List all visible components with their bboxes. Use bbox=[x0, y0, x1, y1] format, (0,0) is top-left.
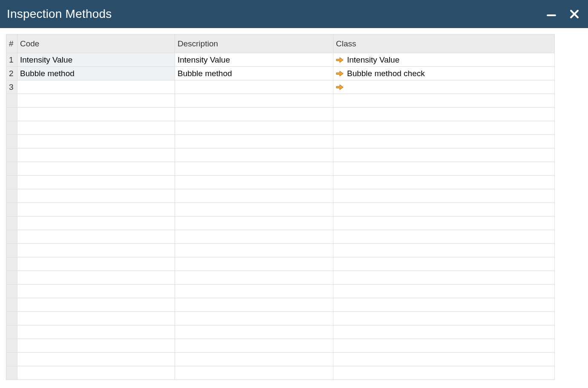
cell-empty[interactable] bbox=[17, 353, 175, 366]
cell-code[interactable] bbox=[17, 80, 175, 94]
row-number[interactable] bbox=[6, 271, 17, 285]
cell-empty[interactable] bbox=[333, 94, 555, 108]
row-number[interactable] bbox=[6, 353, 17, 366]
cell-empty[interactable] bbox=[333, 325, 555, 339]
cell-empty[interactable] bbox=[175, 176, 333, 189]
table-row[interactable] bbox=[6, 312, 555, 325]
row-number[interactable]: 3 bbox=[6, 80, 17, 94]
cell-class[interactable] bbox=[333, 80, 555, 94]
row-number[interactable]: 1 bbox=[6, 53, 17, 67]
row-number[interactable] bbox=[6, 339, 17, 353]
cell-empty[interactable] bbox=[175, 162, 333, 176]
cell-empty[interactable] bbox=[17, 162, 175, 176]
row-number[interactable] bbox=[6, 298, 17, 312]
cell-empty[interactable] bbox=[175, 135, 333, 148]
cell-empty[interactable] bbox=[17, 148, 175, 162]
cell-empty[interactable] bbox=[17, 230, 175, 244]
table-row[interactable] bbox=[6, 366, 555, 380]
cell-empty[interactable] bbox=[175, 203, 333, 217]
cell-empty[interactable] bbox=[175, 148, 333, 162]
row-number[interactable] bbox=[6, 230, 17, 244]
table-row[interactable] bbox=[6, 325, 555, 339]
cell-description[interactable]: Intensity Value bbox=[175, 53, 333, 67]
inspection-methods-table[interactable]: # Code Description Class 1Intensity Valu… bbox=[6, 34, 555, 380]
cell-empty[interactable] bbox=[17, 244, 175, 257]
cell-empty[interactable] bbox=[175, 94, 333, 108]
table-row[interactable] bbox=[6, 108, 555, 121]
cell-empty[interactable] bbox=[333, 298, 555, 312]
table-row[interactable] bbox=[6, 298, 555, 312]
cell-empty[interactable] bbox=[17, 121, 175, 135]
cell-empty[interactable] bbox=[17, 298, 175, 312]
cell-empty[interactable] bbox=[17, 176, 175, 189]
row-number[interactable] bbox=[6, 176, 17, 189]
row-number[interactable] bbox=[6, 94, 17, 108]
close-button[interactable] bbox=[568, 8, 580, 20]
col-header-class[interactable]: Class bbox=[333, 34, 555, 53]
row-number[interactable] bbox=[6, 366, 17, 380]
table-row[interactable] bbox=[6, 353, 555, 366]
cell-empty[interactable] bbox=[17, 339, 175, 353]
cell-empty[interactable] bbox=[17, 325, 175, 339]
table-row[interactable] bbox=[6, 271, 555, 285]
cell-empty[interactable] bbox=[17, 135, 175, 148]
arrow-right-icon[interactable] bbox=[336, 57, 344, 63]
cell-empty[interactable] bbox=[17, 189, 175, 203]
cell-empty[interactable] bbox=[333, 353, 555, 366]
cell-empty[interactable] bbox=[333, 108, 555, 121]
cell-class[interactable]: Bubble method check bbox=[333, 67, 555, 80]
table-row[interactable] bbox=[6, 94, 555, 108]
col-header-num[interactable]: # bbox=[6, 34, 17, 53]
cell-description[interactable]: Bubble method bbox=[175, 67, 333, 80]
cell-empty[interactable] bbox=[333, 339, 555, 353]
table-row[interactable] bbox=[6, 230, 555, 244]
row-number[interactable] bbox=[6, 312, 17, 325]
cell-empty[interactable] bbox=[175, 285, 333, 298]
table-row[interactable] bbox=[6, 189, 555, 203]
cell-empty[interactable] bbox=[175, 257, 333, 271]
cell-empty[interactable] bbox=[333, 244, 555, 257]
row-number[interactable] bbox=[6, 148, 17, 162]
col-header-description[interactable]: Description bbox=[175, 34, 333, 53]
row-number[interactable] bbox=[6, 257, 17, 271]
cell-empty[interactable] bbox=[17, 257, 175, 271]
cell-empty[interactable] bbox=[333, 162, 555, 176]
table-row[interactable] bbox=[6, 121, 555, 135]
cell-code[interactable]: Intensity Value bbox=[17, 53, 175, 67]
cell-code[interactable]: Bubble method bbox=[17, 67, 175, 80]
cell-empty[interactable] bbox=[333, 203, 555, 217]
cell-empty[interactable] bbox=[333, 148, 555, 162]
table-row[interactable] bbox=[6, 257, 555, 271]
cell-empty[interactable] bbox=[17, 203, 175, 217]
cell-empty[interactable] bbox=[175, 298, 333, 312]
cell-empty[interactable] bbox=[333, 135, 555, 148]
table-row[interactable] bbox=[6, 339, 555, 353]
table-row[interactable] bbox=[6, 217, 555, 230]
row-number[interactable] bbox=[6, 162, 17, 176]
cell-empty[interactable] bbox=[175, 189, 333, 203]
table-row[interactable]: 3 bbox=[6, 80, 555, 94]
cell-empty[interactable] bbox=[333, 176, 555, 189]
cell-empty[interactable] bbox=[175, 353, 333, 366]
cell-empty[interactable] bbox=[175, 271, 333, 285]
cell-empty[interactable] bbox=[175, 108, 333, 121]
cell-empty[interactable] bbox=[333, 285, 555, 298]
row-number[interactable] bbox=[6, 285, 17, 298]
row-number[interactable] bbox=[6, 325, 17, 339]
row-number[interactable] bbox=[6, 135, 17, 148]
cell-empty[interactable] bbox=[175, 339, 333, 353]
cell-empty[interactable] bbox=[17, 108, 175, 121]
table-row[interactable]: 2Bubble methodBubble methodBubble method… bbox=[6, 67, 555, 80]
cell-empty[interactable] bbox=[175, 230, 333, 244]
cell-empty[interactable] bbox=[333, 121, 555, 135]
row-number[interactable] bbox=[6, 121, 17, 135]
cell-empty[interactable] bbox=[333, 257, 555, 271]
cell-empty[interactable] bbox=[175, 121, 333, 135]
cell-empty[interactable] bbox=[333, 312, 555, 325]
table-row[interactable] bbox=[6, 176, 555, 189]
row-number[interactable] bbox=[6, 203, 17, 217]
table-row[interactable] bbox=[6, 148, 555, 162]
row-number[interactable]: 2 bbox=[6, 67, 17, 80]
cell-empty[interactable] bbox=[175, 366, 333, 380]
cell-empty[interactable] bbox=[175, 244, 333, 257]
